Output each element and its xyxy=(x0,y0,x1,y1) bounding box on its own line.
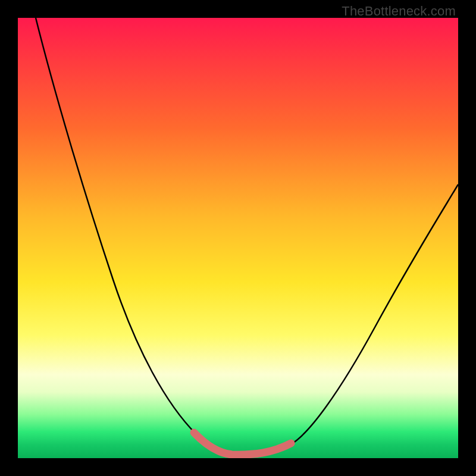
optimal-range-marker xyxy=(194,433,291,455)
bottleneck-curve-line xyxy=(36,18,458,455)
chart-svg xyxy=(18,18,458,458)
chart-container: TheBottleneck.com xyxy=(0,0,476,476)
plot-area xyxy=(18,18,458,458)
watermark-text: TheBottleneck.com xyxy=(342,4,456,19)
